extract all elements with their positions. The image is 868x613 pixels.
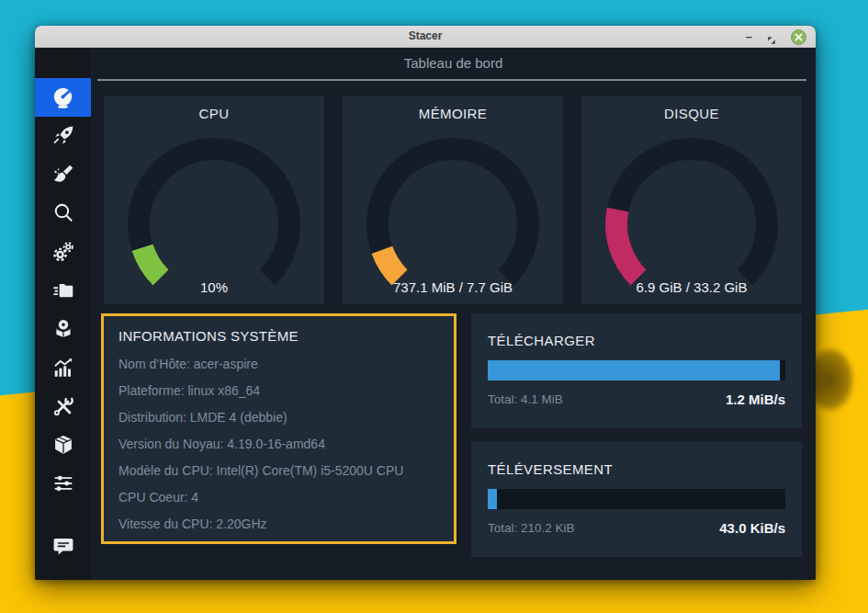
disk-gauge-card: DISQUE 6.9 GiB / 33.2 GiB [581, 96, 802, 304]
sidebar-item-feedback[interactable] [35, 527, 91, 565]
info-row-distribution: Distribution: LMDE 4 (debbie) [118, 404, 439, 431]
info-row-kernel: Version du Noyau: 4.19.0-16-amd64 [118, 431, 439, 458]
info-row-cpu-speed: Vitesse du CPU: 2.20GHz [118, 511, 439, 538]
info-row-platform: Plateforme: linux x86_64 [118, 378, 439, 404]
upload-speed: 43.0 KiB/s [719, 520, 785, 536]
sidebar-item-system-cleaner[interactable] [35, 155, 91, 194]
close-icon [795, 33, 803, 41]
cpu-gauge-card: CPU 10% [104, 96, 324, 304]
sliders-icon [51, 471, 75, 495]
sidebar-item-startup-apps[interactable] [35, 117, 91, 155]
sidebar-item-dashboard[interactable] [35, 78, 91, 117]
info-row-cpu-model: Modèle du CPU: Intel(R) Core(TM) i5-5200… [118, 458, 439, 484]
memory-gauge [343, 96, 563, 304]
info-row-hostname: Nom d’Hôte: acer-aspire [118, 351, 439, 378]
cpu-gauge [104, 96, 324, 304]
chart-icon [51, 356, 75, 380]
titlebar[interactable]: Stacer – [35, 26, 816, 48]
sidebar [35, 48, 91, 580]
rocket-icon [51, 124, 75, 148]
cpu-gauge-value: 10% [104, 279, 324, 295]
system-info-panel: INFORMATIONS SYSTÈME Nom d’Hôte: acer-as… [101, 313, 457, 544]
stacer-window: Stacer – [35, 26, 816, 580]
magnifier-icon [51, 201, 75, 225]
disk-gauge [581, 96, 802, 304]
sidebar-item-helpers[interactable] [35, 387, 91, 426]
download-title: TÉLÉCHARGER [488, 333, 785, 348]
speed-folder-icon [51, 278, 75, 302]
speedometer-icon [51, 85, 75, 110]
sidebar-item-services[interactable] [35, 233, 91, 271]
download-total: Total: 4.1 MiB [488, 392, 563, 406]
download-progress-fill [488, 360, 780, 380]
cleaning-brush-icon [51, 163, 75, 187]
page-header: Tableau de bord [91, 48, 816, 81]
sidebar-item-apt-packages[interactable] [35, 426, 91, 464]
system-info-title: INFORMATIONS SYSTÈME [118, 327, 439, 346]
upload-card: TÉLÉVERSEMENT Total: 210.2 KiB 43.0 KiB/… [471, 442, 802, 557]
restore-icon[interactable] [767, 32, 776, 41]
sidebar-item-settings[interactable] [35, 464, 91, 503]
main-content: Tableau de bord CPU 10% MÉMOIRE 737.1 Mi… [91, 48, 816, 580]
window-title: Stacer [35, 26, 816, 47]
tools-icon [51, 394, 75, 418]
download-progress-track [488, 360, 785, 380]
close-button[interactable] [791, 29, 806, 45]
disk-gauge-value: 6.9 GiB / 33.2 GiB [581, 279, 802, 295]
package-box-icon [51, 433, 75, 457]
disc-box-icon [51, 317, 75, 341]
sidebar-item-search[interactable] [35, 194, 91, 233]
info-row-cpu-cores: CPU Coeur: 4 [118, 484, 439, 511]
upload-title: TÉLÉVERSEMENT [488, 461, 785, 477]
sidebar-item-resources[interactable] [35, 348, 91, 387]
upload-total: Total: 210.2 KiB [488, 521, 575, 535]
sidebar-item-uninstaller[interactable] [35, 310, 91, 348]
upload-progress-track [488, 489, 785, 509]
sidebar-item-processes[interactable] [35, 271, 91, 310]
header-separator [97, 79, 806, 81]
comment-icon [51, 534, 75, 558]
upload-progress-fill [488, 489, 497, 509]
page-title: Tableau de bord [91, 48, 816, 79]
download-speed: 1.2 MiB/s [726, 392, 785, 407]
gears-icon [51, 240, 75, 264]
memory-gauge-value: 737.1 MiB / 7.7 GiB [343, 279, 563, 295]
download-card: TÉLÉCHARGER Total: 4.1 MiB 1.2 MiB/s [471, 313, 802, 428]
memory-gauge-card: MÉMOIRE 737.1 MiB / 7.7 GiB [343, 96, 563, 304]
minimize-button[interactable]: – [746, 32, 752, 41]
window-controls: – [746, 26, 806, 48]
